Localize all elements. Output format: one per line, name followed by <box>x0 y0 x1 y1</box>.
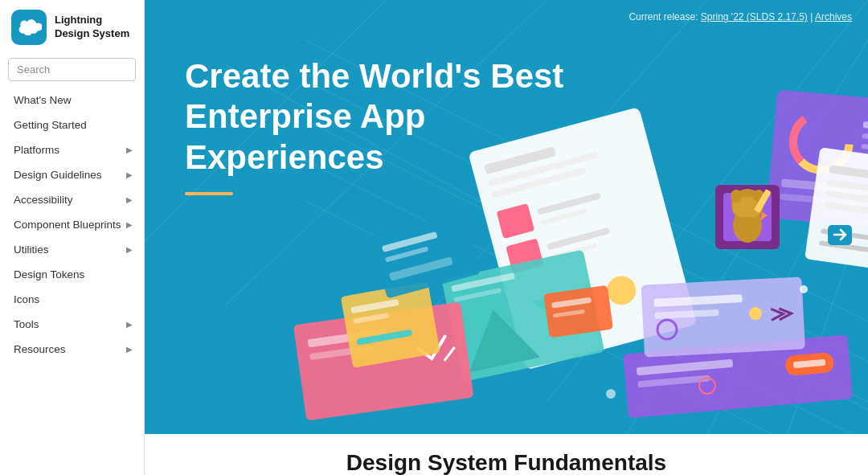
svg-rect-59 <box>829 165 868 188</box>
svg-rect-38 <box>637 375 710 387</box>
nav-item-label: What's New <box>14 94 72 106</box>
svg-rect-37 <box>637 359 733 375</box>
release-bar: Current release: Spring '22 (SLDS 2.17.5… <box>628 11 852 23</box>
sidebar-nav-item[interactable]: Getting Started <box>0 113 144 137</box>
svg-rect-34 <box>353 313 389 324</box>
nav-item-label: Accessibility <box>14 194 73 206</box>
svg-rect-40 <box>793 359 826 368</box>
hero-title-line1: Create the World's Best <box>185 57 563 95</box>
svg-rect-72 <box>385 246 429 262</box>
svg-rect-35 <box>356 330 412 346</box>
sidebar-nav-item[interactable]: Component Blueprints▶ <box>0 212 144 237</box>
nav-item-label: Utilities <box>14 244 49 256</box>
release-link[interactable]: Spring '22 (SLDS 2.17.5) <box>701 11 808 23</box>
svg-rect-36 <box>623 334 853 418</box>
svg-rect-61 <box>825 190 868 211</box>
svg-rect-63 <box>821 228 868 252</box>
chevron-right-icon: ▶ <box>126 345 133 354</box>
svg-rect-70 <box>371 211 481 298</box>
svg-rect-67 <box>641 276 805 357</box>
svg-marker-57 <box>758 212 768 223</box>
svg-point-42 <box>791 112 852 173</box>
archives-link[interactable]: Archives <box>815 11 852 23</box>
sidebar-nav-item[interactable]: Platforms▶ <box>0 137 144 162</box>
svg-rect-46 <box>861 144 868 154</box>
bottom-section: Design System Fundamentals <box>145 434 868 475</box>
svg-rect-31 <box>309 345 374 360</box>
main-content: Current release: Spring '22 (SLDS 2.17.5… <box>145 0 868 475</box>
sidebar: Lightning Design System What's NewGettin… <box>0 0 145 475</box>
chevron-right-icon: ▶ <box>126 245 133 254</box>
svg-rect-50 <box>723 193 772 241</box>
svg-rect-20 <box>540 208 588 225</box>
svg-rect-41 <box>766 90 868 232</box>
svg-rect-44 <box>863 121 868 133</box>
svg-rect-69 <box>654 309 719 319</box>
svg-rect-71 <box>382 231 438 252</box>
svg-point-24 <box>604 272 639 308</box>
sidebar-nav-item[interactable]: Utilities▶ <box>0 237 144 262</box>
svg-marker-23 <box>533 287 596 337</box>
svg-rect-47 <box>781 178 868 199</box>
chevron-right-icon: ▶ <box>126 320 133 329</box>
svg-rect-29 <box>293 301 474 420</box>
sidebar-nav-item[interactable]: Tools▶ <box>0 312 144 337</box>
svg-rect-56 <box>754 189 772 213</box>
svg-rect-22 <box>550 244 598 260</box>
svg-point-55 <box>753 190 764 203</box>
logo-area: Lightning Design System <box>0 0 144 51</box>
sidebar-nav-item[interactable]: What's New <box>0 88 144 113</box>
chevron-right-icon: ▶ <box>126 195 133 204</box>
svg-point-81 <box>699 378 715 394</box>
nav-list: What's NewGetting StartedPlatforms▶Desig… <box>0 88 144 475</box>
svg-point-54 <box>731 190 742 203</box>
sidebar-nav-item[interactable]: Accessibility▶ <box>0 187 144 212</box>
svg-point-77 <box>657 320 677 339</box>
svg-rect-18 <box>506 238 544 273</box>
salesforce-logo <box>11 10 47 45</box>
nav-item-label: Tools <box>14 318 39 330</box>
svg-rect-27 <box>451 272 515 292</box>
svg-line-12 <box>788 201 868 434</box>
search-input[interactable] <box>8 58 136 81</box>
svg-rect-48 <box>780 193 868 208</box>
svg-rect-65 <box>819 240 868 264</box>
svg-rect-82 <box>828 225 852 245</box>
svg-rect-25 <box>441 250 604 383</box>
hero-title: Create the World's Best Enterprise App E… <box>185 56 603 178</box>
hero-title-line2: Enterprise App Experiences <box>185 97 426 175</box>
sidebar-nav-item[interactable]: Design Guidelines▶ <box>0 162 144 187</box>
svg-rect-28 <box>453 288 502 302</box>
release-separator: | <box>810 11 813 23</box>
nav-item-label: Resources <box>14 343 66 355</box>
nav-item-label: Icons <box>14 293 39 305</box>
sidebar-nav-item[interactable]: Design Tokens <box>0 262 144 287</box>
svg-rect-68 <box>653 294 742 307</box>
svg-point-79 <box>800 285 808 293</box>
nav-item-label: Platforms <box>14 144 59 156</box>
svg-line-11 <box>707 121 868 434</box>
hero-underline <box>185 192 233 195</box>
svg-rect-33 <box>350 299 399 313</box>
search-container <box>0 51 144 88</box>
svg-rect-19 <box>537 192 600 215</box>
nav-item-label: Getting Started <box>14 119 87 131</box>
svg-rect-17 <box>497 203 535 239</box>
chevron-right-icon: ▶ <box>126 145 133 154</box>
svg-rect-73 <box>389 256 453 280</box>
sidebar-nav-item[interactable]: Resources▶ <box>0 337 144 362</box>
sidebar-nav-item[interactable]: Icons <box>0 287 144 312</box>
svg-point-52 <box>733 207 762 243</box>
svg-rect-76 <box>553 309 585 318</box>
svg-point-78 <box>749 307 762 320</box>
svg-rect-53 <box>733 197 762 217</box>
svg-rect-21 <box>547 227 610 250</box>
svg-line-3 <box>305 201 868 434</box>
nav-item-label: Design Guidelines <box>14 169 102 181</box>
svg-rect-62 <box>824 202 868 218</box>
svg-line-10 <box>627 40 868 434</box>
svg-point-51 <box>731 189 764 221</box>
chevron-right-icon: ▶ <box>126 170 133 179</box>
nav-item-label: Component Blueprints <box>14 219 121 231</box>
bottom-heading: Design System Fundamentals <box>185 450 828 475</box>
